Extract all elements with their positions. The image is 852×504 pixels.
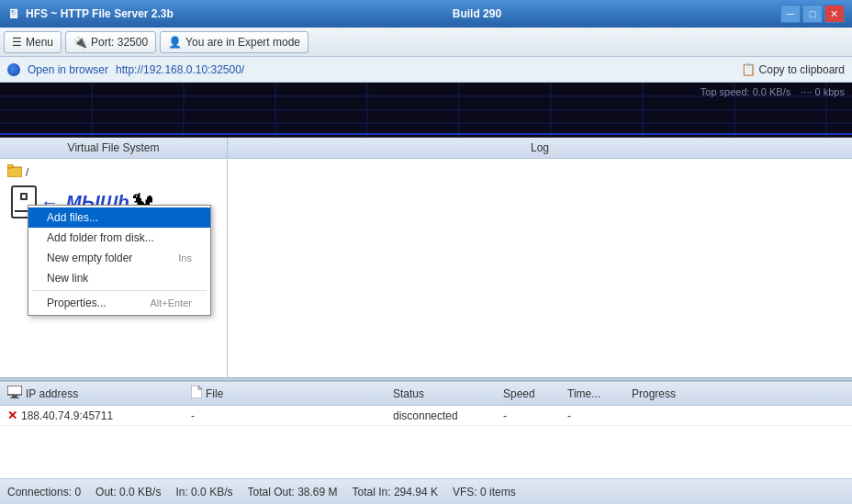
col-progress: Progress — [632, 387, 845, 400]
port-icon: 🔌 — [73, 36, 87, 49]
conn-ip: ✕ 188.40.74.9:45711 — [7, 409, 191, 422]
monitor-icon — [7, 386, 22, 401]
conn-file: - — [191, 409, 393, 422]
close-button[interactable]: ✕ — [824, 5, 845, 23]
conn-rows: ✕ 188.40.74.9:45711 - disconnected - - — [0, 406, 852, 479]
minimize-button[interactable]: ─ — [780, 5, 801, 23]
log-panel: Log — [228, 138, 852, 377]
col-speed: Speed — [503, 387, 567, 400]
maximize-button[interactable]: □ — [802, 5, 823, 23]
menu-button[interactable]: ☰ Menu — [4, 31, 62, 53]
conn-time: - — [567, 409, 632, 422]
col-file: File — [191, 386, 393, 401]
open-in-browser-label: Open in browser — [28, 63, 108, 76]
status-bar: Connections: 0 Out: 0.0 KB/s In: 0.0 KB/… — [0, 478, 852, 504]
error-icon: ✕ — [7, 409, 17, 422]
copy-clipboard-button[interactable]: 📋 Copy to clipboard — [741, 62, 845, 76]
col-ip: IP address — [7, 386, 191, 401]
svg-rect-16 — [10, 398, 19, 398]
ctx-new-link[interactable]: New link — [28, 268, 210, 288]
connections-area: IP address File Status Speed Time... Pro… — [0, 381, 852, 478]
conn-speed: - — [503, 409, 567, 422]
svg-rect-14 — [7, 386, 22, 395]
status-total-out: Total Out: 38.69 M — [247, 486, 337, 498]
log-header: Log — [228, 138, 852, 159]
file-col-icon — [191, 386, 202, 401]
ctx-new-folder[interactable]: New empty folder Ins — [28, 248, 210, 268]
ctx-properties[interactable]: Properties... Alt+Enter — [28, 293, 210, 313]
status-out: Out: 0.0 KB/s — [95, 486, 161, 498]
log-content[interactable] — [228, 159, 852, 377]
mode-icon: 👤 — [168, 36, 182, 49]
ctx-separator — [32, 290, 207, 291]
context-menu: Add files... Add folder from disk... New… — [28, 205, 211, 316]
col-status: Status — [393, 387, 503, 400]
status-connections: Connections: 0 — [7, 486, 81, 498]
svg-rect-13 — [7, 164, 13, 168]
svg-marker-18 — [198, 386, 202, 389]
status-in: In: 0.0 KB/s — [175, 486, 232, 498]
copy-icon: 📋 — [741, 62, 756, 76]
vfs-panel: Virtual File System / — [0, 138, 228, 377]
title-center: Build 290 — [453, 7, 501, 20]
speed-bar: Top speed: 0.0 KB/s ···· 0 kbps — [0, 83, 852, 138]
status-total-in: Total In: 294.94 K — [353, 486, 438, 498]
app-title: HFS ~ HTTP File Server 2.3b — [26, 7, 174, 20]
globe-icon — [7, 63, 20, 76]
menu-bar: ☰ Menu 🔌 Port: 32500 👤 You are in Expert… — [0, 28, 852, 57]
vfs-content[interactable]: / ← МЫШb 🐿 — [0, 159, 227, 377]
vfs-header: Virtual File System — [0, 138, 227, 159]
ctx-add-files[interactable]: Add files... — [28, 207, 210, 228]
folder-icon — [7, 164, 22, 180]
col-time: Time... — [567, 387, 632, 400]
speed-text: Top speed: 0.0 KB/s ···· 0 kbps — [701, 86, 845, 97]
ctx-add-folder[interactable]: Add folder from disk... — [28, 228, 210, 248]
main-area: Virtual File System / — [0, 138, 852, 377]
port-button[interactable]: 🔌 Port: 32500 — [65, 31, 156, 53]
mode-button[interactable]: 👤 You are in Expert mode — [160, 31, 308, 53]
svg-rect-15 — [12, 395, 17, 398]
title-controls: ─ □ ✕ — [780, 5, 845, 23]
server-url[interactable]: http://192.168.0.10:32500/ — [116, 63, 244, 76]
vfs-root-item[interactable]: / — [4, 162, 223, 182]
title-bar: 🖥 HFS ~ HTTP File Server 2.3b Build 290 … — [0, 0, 852, 28]
svg-rect-12 — [7, 167, 22, 177]
menu-icon: ☰ — [12, 36, 22, 49]
address-bar: Open in browser http://192.168.0.10:3250… — [0, 57, 852, 83]
table-row[interactable]: ✕ 188.40.74.9:45711 - disconnected - - — [0, 406, 852, 426]
status-vfs: VFS: 0 items — [453, 486, 516, 498]
conn-status: disconnected — [393, 409, 503, 422]
conn-header: IP address File Status Speed Time... Pro… — [0, 382, 852, 406]
app-icon: 🖥 — [7, 6, 20, 21]
title-left: 🖥 HFS ~ HTTP File Server 2.3b — [7, 6, 174, 21]
